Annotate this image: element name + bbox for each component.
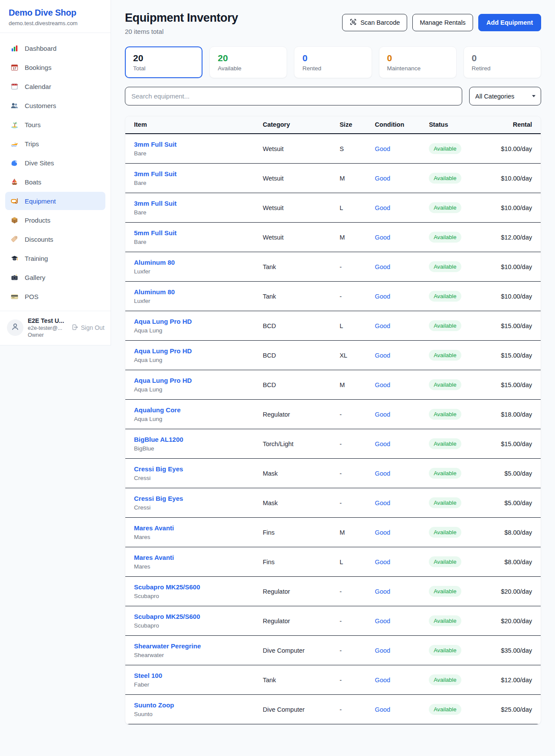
item-name-link[interactable]: Aqua Lung Pro HD — [134, 347, 192, 355]
table-row: Mares Avanti Mares Fins L Good Available… — [125, 547, 541, 577]
item-condition-link[interactable]: Good — [375, 500, 390, 506]
item-condition-link[interactable]: Good — [375, 234, 390, 241]
sidebar-item-customers[interactable]: Customers — [5, 96, 105, 115]
sidebar-item-tours[interactable]: Tours — [5, 115, 105, 134]
item-condition-link[interactable]: Good — [375, 470, 390, 477]
header-rental: Rental — [489, 116, 541, 134]
item-name-link[interactable]: Mares Avanti — [134, 524, 174, 532]
item-condition-link[interactable]: Good — [375, 618, 390, 625]
item-size: - — [331, 695, 366, 724]
item-condition-link[interactable]: Good — [375, 529, 390, 536]
item-condition-link[interactable]: Good — [375, 175, 390, 182]
item-rental-price: $15.00/day — [489, 311, 541, 341]
equipment-table: Item Category Size Condition Status Rent… — [125, 116, 541, 724]
item-name-link[interactable]: Steel 100 — [134, 672, 162, 679]
item-name-link[interactable]: Aqua Lung Pro HD — [134, 377, 192, 384]
grad-cap-icon — [10, 254, 19, 263]
stat-card-maintenance[interactable]: 0 Maintenance — [379, 46, 457, 78]
status-badge: Available — [429, 468, 461, 479]
item-condition-link[interactable]: Good — [375, 293, 390, 300]
item-size: - — [331, 665, 366, 695]
item-category: Tank — [254, 282, 331, 311]
table-row: Aqualung Core Aqua Lung Regulator - Good… — [125, 400, 541, 429]
header-condition: Condition — [366, 116, 421, 134]
sidebar-item-training[interactable]: Training — [5, 249, 105, 267]
item-condition-link[interactable]: Good — [375, 322, 390, 329]
sidebar-item-products[interactable]: Products — [5, 211, 105, 229]
item-name-link[interactable]: Aqua Lung Pro HD — [134, 318, 192, 325]
item-size: M — [331, 518, 366, 547]
sidebar-item-discounts[interactable]: Discounts — [5, 230, 105, 248]
item-name-link[interactable]: 3mm Full Suit — [134, 170, 176, 177]
scan-barcode-button[interactable]: Scan Barcode — [342, 14, 407, 31]
item-name-link[interactable]: Aluminum 80 — [134, 259, 175, 266]
item-size: - — [331, 636, 366, 665]
item-name-link[interactable]: Cressi Big Eyes — [134, 495, 183, 502]
stat-card-available[interactable]: 20 Available — [209, 46, 287, 78]
category-select[interactable]: All Categories — [469, 87, 541, 105]
status-badge: Available — [429, 586, 461, 597]
sidebar-item-dashboard[interactable]: Dashboard — [5, 39, 105, 57]
stat-card-retired[interactable]: 0 Retired — [464, 46, 541, 78]
sidebar-item-pos[interactable]: POS — [5, 287, 105, 306]
item-condition-link[interactable]: Good — [375, 145, 390, 152]
sidebar-item-gallery[interactable]: Gallery — [5, 268, 105, 286]
item-condition-link[interactable]: Good — [375, 647, 390, 654]
item-condition-link[interactable]: Good — [375, 706, 390, 713]
sign-out-button[interactable]: Sign Out — [72, 324, 104, 332]
table-row: Suunto Zoop Suunto Dive Computer - Good … — [125, 695, 541, 724]
sidebar-item-dive-sites[interactable]: Dive Sites — [5, 154, 105, 172]
item-size: L — [331, 311, 366, 341]
item-name-link[interactable]: Scubapro MK25/S600 — [134, 613, 200, 620]
sidebar-item-calendar[interactable]: Calendar — [5, 77, 105, 95]
manage-rentals-button[interactable]: Manage Rentals — [412, 14, 473, 31]
user-block: E2E Test U... e2e-tester@... Owner Sign … — [0, 311, 111, 345]
item-name-link[interactable]: Aqualung Core — [134, 406, 181, 414]
item-name-link[interactable]: 3mm Full Suit — [134, 200, 176, 207]
item-condition-link[interactable]: Good — [375, 381, 390, 388]
item-name-link[interactable]: Scubapro MK25/S600 — [134, 583, 200, 591]
item-category: Regulator — [254, 606, 331, 636]
table-row: Scubapro MK25/S600 Scubapro Regulator - … — [125, 577, 541, 606]
item-category: Dive Computer — [254, 636, 331, 665]
item-rental-price: $18.00/day — [489, 400, 541, 429]
sidebar-item-equipment[interactable]: Equipment — [5, 192, 105, 210]
item-category: Mask — [254, 488, 331, 518]
search-input[interactable] — [125, 87, 462, 105]
item-name-link[interactable]: Shearwater Peregrine — [134, 642, 201, 650]
item-name-link[interactable]: Aluminum 80 — [134, 288, 175, 296]
item-brand: Aqua Lung — [134, 386, 245, 393]
table-row: 3mm Full Suit Bare Wetsuit S Good Availa… — [125, 134, 541, 164]
item-name-link[interactable]: 3mm Full Suit — [134, 141, 176, 148]
sidebar-item-trips[interactable]: Trips — [5, 135, 105, 153]
item-size: L — [331, 547, 366, 577]
item-condition-link[interactable]: Good — [375, 588, 390, 595]
sidebar-item-label: Discounts — [25, 236, 53, 243]
table-header: Item Category Size Condition Status Rent… — [125, 116, 541, 134]
item-condition-link[interactable]: Good — [375, 559, 390, 565]
sidebar-item-boats[interactable]: Boats — [5, 173, 105, 191]
add-equipment-button[interactable]: Add Equipment — [478, 14, 541, 31]
item-name-link[interactable]: Cressi Big Eyes — [134, 465, 183, 473]
item-category: Wetsuit — [254, 164, 331, 193]
item-condition-link[interactable]: Good — [375, 204, 390, 211]
item-size: - — [331, 429, 366, 459]
item-condition-link[interactable]: Good — [375, 677, 390, 684]
stat-card-total[interactable]: 20 Total — [125, 46, 202, 78]
item-name-link[interactable]: Mares Avanti — [134, 554, 174, 561]
item-condition-link[interactable]: Good — [375, 440, 390, 447]
table-row: Aluminum 80 Luxfer Tank - Good Available… — [125, 252, 541, 282]
sidebar-item-bookings[interactable]: 17 Bookings — [5, 58, 105, 76]
stat-label: Maintenance — [387, 65, 448, 72]
item-condition-link[interactable]: Good — [375, 352, 390, 359]
item-category: Dive Computer — [254, 695, 331, 724]
stat-card-rented[interactable]: 0 Rented — [294, 46, 372, 78]
item-name-link[interactable]: 5mm Full Suit — [134, 229, 176, 237]
stat-value: 20 — [133, 53, 194, 63]
item-condition-link[interactable]: Good — [375, 411, 390, 418]
status-badge: Available — [429, 497, 461, 508]
item-name-link[interactable]: BigBlue AL1200 — [134, 436, 183, 443]
item-condition-link[interactable]: Good — [375, 263, 390, 270]
sidebar-item-label: Calendar — [25, 83, 51, 90]
item-name-link[interactable]: Suunto Zoop — [134, 701, 174, 709]
